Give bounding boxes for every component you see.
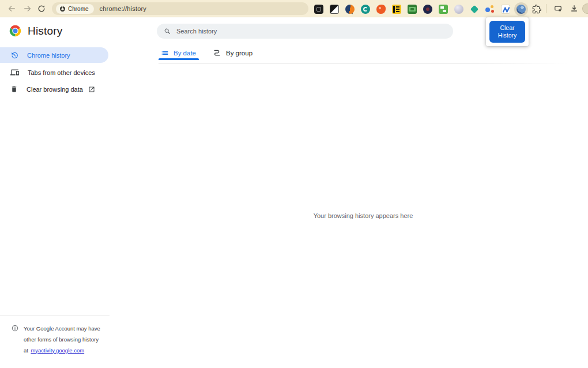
ext-bw-n-icon[interactable] bbox=[330, 5, 339, 14]
content-header-divider bbox=[159, 63, 568, 64]
ext-green-tile-icon[interactable] bbox=[439, 5, 448, 14]
page-title: History bbox=[28, 25, 63, 37]
devices-icon bbox=[10, 68, 19, 77]
tab-by-group[interactable]: By group bbox=[213, 48, 252, 57]
ext-navy-dot-icon[interactable] bbox=[423, 5, 432, 14]
address-bar[interactable]: Chrome chrome://history bbox=[52, 2, 308, 15]
ext-money-icon[interactable] bbox=[408, 5, 417, 14]
chrome-chip[interactable]: Chrome bbox=[56, 4, 94, 14]
sidebar-item-clear-browsing-data[interactable]: Clear browsing data bbox=[0, 81, 108, 97]
history-clock-icon bbox=[10, 51, 18, 59]
myactivity-link[interactable]: myactivity.google.com bbox=[31, 347, 84, 355]
sidebar-item-label: Chrome history bbox=[27, 52, 70, 59]
ext-teal-diamond-icon[interactable] bbox=[470, 5, 479, 14]
sidebar-footer-divider bbox=[0, 316, 110, 316]
search-history-bar[interactable] bbox=[157, 24, 453, 39]
ext-color-dots-icon[interactable] bbox=[485, 5, 495, 14]
clear-history-button[interactable]: Clear History bbox=[489, 21, 525, 43]
sidebar-item-label: Clear browsing data bbox=[27, 86, 83, 93]
reload-icon[interactable] bbox=[37, 5, 46, 13]
info-icon bbox=[12, 324, 18, 355]
toolbar-separator bbox=[546, 4, 546, 13]
ext-blue-wave-icon[interactable] bbox=[501, 5, 510, 14]
tab-label: By date bbox=[174, 50, 196, 57]
forward-icon[interactable] bbox=[24, 5, 32, 13]
group-journey-icon bbox=[213, 48, 221, 57]
search-icon bbox=[164, 28, 171, 35]
chrome-logo-icon bbox=[9, 24, 22, 37]
ext-teal-ring-icon[interactable] bbox=[361, 5, 370, 14]
sidebar-item-chrome-history[interactable]: Chrome history bbox=[0, 47, 108, 63]
ext-blackbox-icon[interactable] bbox=[314, 5, 323, 14]
sidebar-footer-note: Your Google Account may have other forms… bbox=[12, 322, 101, 355]
empty-history-message: Your browsing history appears here bbox=[159, 212, 568, 219]
extensions-puzzle-icon[interactable] bbox=[532, 5, 541, 14]
ext-orb-icon[interactable] bbox=[454, 5, 463, 14]
extension-popup: Clear History bbox=[486, 17, 529, 46]
sidebar-item-tabs-other-devices[interactable]: Tabs from other devices bbox=[0, 65, 108, 80]
extensions-row bbox=[314, 5, 541, 14]
url-text[interactable]: chrome://history bbox=[100, 5, 146, 12]
browser-toolbar: Chrome chrome://history bbox=[0, 0, 588, 17]
chat-icon[interactable] bbox=[554, 5, 562, 13]
tab-by-date[interactable]: By date bbox=[161, 49, 196, 57]
chrome-history-window: Chrome chrome://history bbox=[0, 0, 588, 368]
list-icon bbox=[161, 49, 169, 57]
ext-globe-icon[interactable] bbox=[517, 5, 526, 14]
ext-yellow-stripes-icon[interactable] bbox=[392, 5, 401, 14]
search-input[interactable] bbox=[176, 28, 453, 35]
trash-icon bbox=[10, 85, 18, 93]
active-tab-underline bbox=[159, 58, 199, 60]
tab-label: By group bbox=[226, 50, 252, 57]
app-header: History bbox=[9, 24, 63, 37]
avatar[interactable] bbox=[582, 3, 588, 14]
chrome-chip-icon bbox=[59, 6, 66, 12]
back-icon[interactable] bbox=[7, 5, 16, 13]
download-icon[interactable] bbox=[570, 5, 578, 13]
external-link-icon bbox=[88, 86, 95, 93]
ext-split-circle-icon[interactable] bbox=[345, 5, 355, 14]
ext-orange-blob-icon[interactable] bbox=[376, 5, 386, 14]
sidebar-item-label: Tabs from other devices bbox=[28, 69, 95, 76]
chrome-chip-label: Chrome bbox=[68, 6, 89, 12]
